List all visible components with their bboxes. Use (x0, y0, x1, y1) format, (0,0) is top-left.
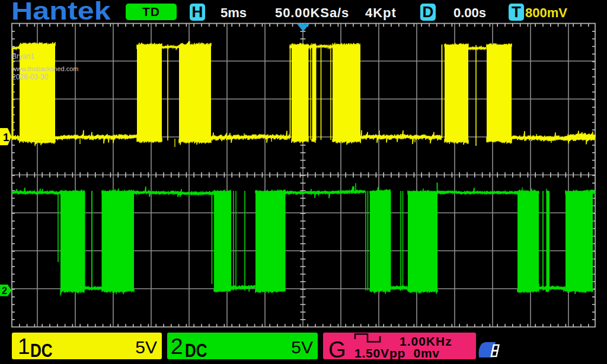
svg-text:2: 2 (2, 286, 7, 296)
svg-text:1: 1 (3, 131, 9, 143)
